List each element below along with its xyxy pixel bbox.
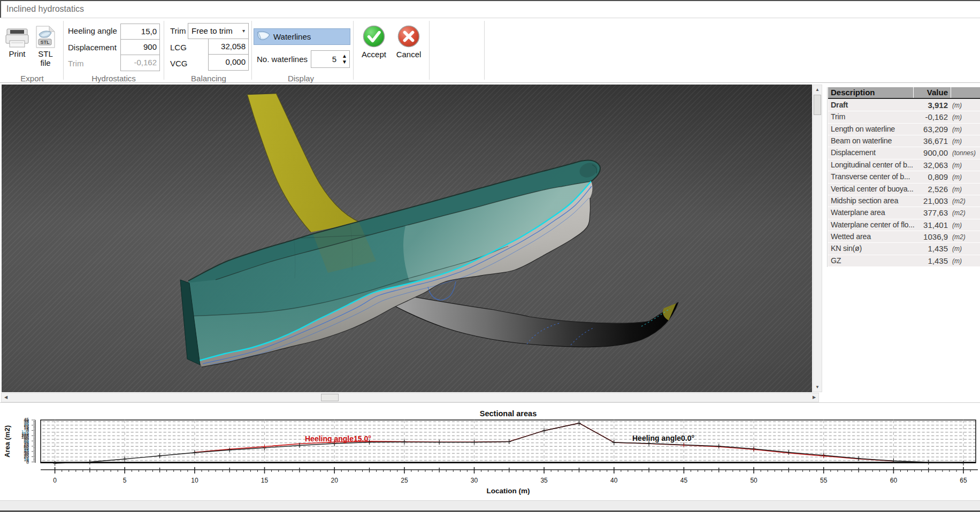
svg-text:15: 15 <box>261 477 269 484</box>
svg-text:STL: STL <box>41 40 50 45</box>
svg-text:Heeling angle15.0°: Heeling angle15.0° <box>305 434 371 443</box>
svg-text:45: 45 <box>680 477 688 484</box>
svg-text:Sectional areas: Sectional areas <box>480 409 537 418</box>
svg-text:65: 65 <box>960 477 967 484</box>
svg-text:0: 0 <box>53 477 57 484</box>
svg-text:60: 60 <box>890 477 898 484</box>
svg-text:25: 25 <box>401 477 408 484</box>
svg-text:Area (m2): Area (m2) <box>3 425 11 457</box>
svg-text:Location (m): Location (m) <box>487 487 530 495</box>
svg-text:35: 35 <box>540 477 548 484</box>
svg-text:20: 20 <box>331 477 339 484</box>
svg-text:50: 50 <box>750 477 757 484</box>
svg-text:10: 10 <box>191 477 198 484</box>
svg-text:5: 5 <box>123 477 127 484</box>
svg-text:40: 40 <box>610 477 618 484</box>
svg-text:45: 45 <box>24 417 29 422</box>
svg-text:55: 55 <box>820 477 828 484</box>
svg-text:30: 30 <box>471 477 478 484</box>
svg-text:Heeling angle0.0°: Heeling angle0.0° <box>632 434 694 442</box>
